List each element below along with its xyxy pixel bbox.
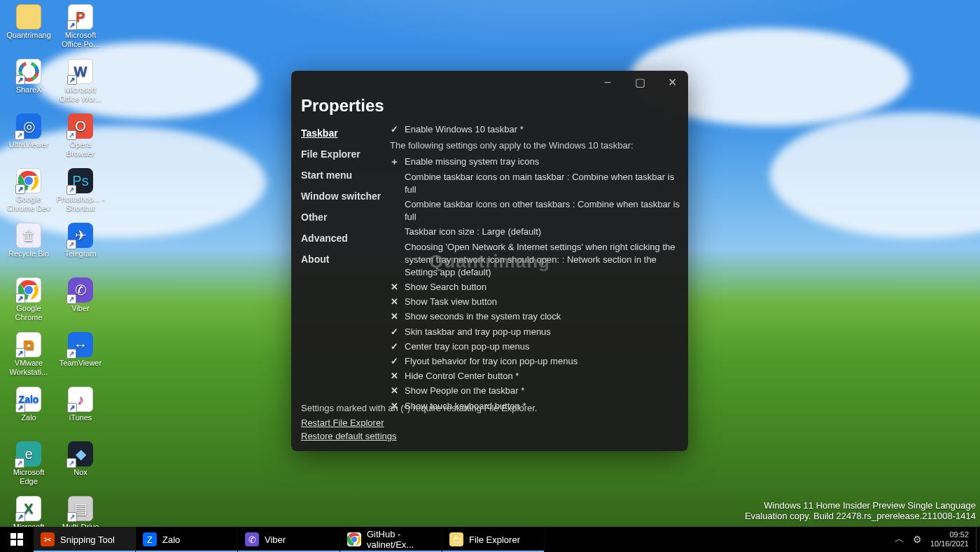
option-label: Show People on the taskbar * — [405, 385, 681, 397]
desktop-icon[interactable]: ◎↗UltraViewer — [4, 113, 53, 165]
system-tray: ︿ ⚙ 09:52 10/16/2021 — [888, 527, 976, 552]
sidebar-item-start-menu[interactable]: Start menu — [301, 165, 385, 186]
option-label: Hide Control Center button * — [405, 370, 681, 382]
desktop-icon[interactable]: ✆↗Viber — [56, 277, 105, 329]
desktop-icon-label: Telegram — [64, 249, 96, 258]
shortcut-arrow-icon: ↗ — [15, 512, 25, 522]
desktop-icon[interactable]: ♪↗iTunes — [56, 387, 105, 439]
app-icon — [16, 4, 41, 29]
desktop-icon-label: ShareX — [16, 85, 42, 95]
app-icon: W↗ — [68, 59, 93, 84]
option-row[interactable]: Combine taskbar icons on main taskbar : … — [389, 171, 681, 196]
option-label: Taskbar icon size : Large (default) — [405, 226, 681, 238]
shortcut-arrow-icon: ↗ — [66, 294, 76, 304]
desktop-icon[interactable]: Ps↗Photoshop... - Shortcut — [56, 168, 105, 220]
window-title: Properties — [301, 96, 384, 116]
shortcut-arrow-icon: ↗ — [15, 294, 25, 303]
sidebar-item-advanced[interactable]: Advanced — [301, 228, 385, 249]
restore-defaults-link[interactable]: Restore default settings — [301, 431, 537, 441]
window-footer: Settings marked with an (*) require rest… — [301, 403, 537, 441]
desktop-icon-label: Google Chrome — [4, 304, 53, 322]
tray-settings-icon[interactable]: ⚙ — [913, 534, 922, 545]
os-watermark: Windows 11 Home Insider Preview Single L… — [745, 500, 976, 521]
shortcut-arrow-icon: ↗ — [15, 75, 25, 85]
desktop-icon[interactable]: Zalo↗Zalo — [4, 387, 53, 439]
app-icon: ⧉↗ — [16, 332, 41, 357]
option-row[interactable]: ✓ Enable Windows 10 taskbar * — [389, 123, 681, 136]
option-row[interactable]: ✕Show seconds in the system tray clock — [389, 310, 681, 323]
desktop-icon[interactable]: ↔↗TeamViewer — [56, 332, 105, 384]
taskbar-app-icon — [347, 532, 361, 546]
sidebar-item-other[interactable]: Other — [301, 207, 385, 228]
os-watermark-line1: Windows 11 Home Insider Preview Single L… — [745, 500, 976, 511]
taskbar-app-icon: 🗀 — [449, 532, 463, 546]
desktop-icon-label: VMware Workstati... — [4, 359, 53, 377]
option-row[interactable]: ✓Center tray icon pop-up menus — [389, 340, 681, 353]
desktop-icon-label: Nox — [74, 468, 88, 477]
taskbar-app-icon: ✆ — [245, 532, 259, 546]
option-label: Skin taskbar and tray pop-up menus — [405, 326, 681, 338]
restart-explorer-link[interactable]: Restart File Explorer — [301, 418, 537, 428]
desktop-icon[interactable]: ↗Google Chrome Dev — [4, 168, 53, 220]
desktop-icon-label: Google Chrome Dev — [4, 195, 53, 213]
taskbar-app-icon: Z — [143, 532, 157, 546]
desktop-icon[interactable]: ⧉↗VMware Workstati... — [4, 332, 53, 384]
desktop-icon[interactable]: P↗Microsoft Office Po... — [56, 4, 105, 56]
option-row[interactable]: ✓Flyout behavior for tray icon pop-up me… — [389, 355, 681, 368]
taskbar-item[interactable]: ✆Viber — [238, 527, 340, 552]
desktop-icon-label: Opera Browser — [56, 140, 105, 158]
desktop-icon[interactable]: W↗Microsoft Office Wor... — [56, 59, 105, 111]
option-row[interactable]: ＋Enable missing system tray icons — [389, 156, 681, 168]
desktop-icon[interactable]: Quantrimang — [4, 4, 53, 56]
desktop-icon[interactable]: ↗ShareX — [4, 59, 53, 111]
option-row[interactable]: ✕Show Task view button — [389, 296, 681, 308]
minimize-button[interactable]: – — [592, 71, 624, 93]
sidebar-item-window-switcher[interactable]: Window switcher — [301, 186, 385, 207]
maximize-button[interactable]: ▢ — [624, 71, 656, 93]
close-button[interactable]: ✕ — [656, 71, 688, 93]
x-icon: ✕ — [389, 385, 399, 397]
shortcut-arrow-icon: ↗ — [66, 130, 76, 140]
taskbar-clock[interactable]: 09:52 10/16/2021 — [930, 530, 969, 548]
cloud-decor — [770, 112, 980, 238]
option-row[interactable]: Taskbar icon size : Large (default) — [389, 226, 681, 238]
taskbar-item[interactable]: 🗀File Explorer — [442, 527, 545, 552]
taskbar-item[interactable]: ZZalo — [136, 527, 238, 552]
desktop-icon[interactable]: ◆↗Nox — [56, 441, 105, 493]
option-row[interactable]: ✓Skin taskbar and tray pop-up menus — [389, 326, 681, 338]
check-icon: ✓ — [389, 355, 399, 368]
sidebar-item-file-explorer[interactable]: File Explorer — [301, 144, 385, 165]
check-icon: ✓ — [389, 123, 399, 136]
option-row[interactable]: Combine taskbar icons on other taskbars … — [389, 198, 681, 223]
taskbar-item[interactable]: ✂Snipping Tool — [34, 527, 136, 552]
sidebar-item-about[interactable]: About — [301, 249, 385, 270]
option-row[interactable]: ✕Show Search button — [389, 281, 681, 294]
option-label: Show Search button — [405, 281, 681, 294]
tray-chevron-icon[interactable]: ︿ — [895, 533, 904, 546]
x-icon: ✕ — [389, 281, 399, 294]
show-desktop-button[interactable] — [976, 527, 980, 552]
desktop-icon-label: Viber — [71, 304, 89, 313]
option-label: Choosing 'Open Network & Internet settin… — [405, 241, 681, 280]
desktop-icon[interactable]: e↗Microsoft Edge — [4, 441, 53, 493]
desktop[interactable]: QuantrimangP↗Microsoft Office Po...↗Shar… — [0, 0, 980, 552]
x-icon: ✕ — [389, 370, 399, 382]
desktop-icon[interactable]: 🗑Recycle Bin — [4, 223, 53, 275]
desktop-icon[interactable]: ✈↗Telegram — [56, 223, 105, 275]
taskbar-item-label: Viber — [265, 534, 286, 545]
desktop-icon[interactable]: O↗Opera Browser — [56, 113, 105, 165]
shortcut-arrow-icon: ↗ — [66, 185, 76, 195]
taskbar-app-icon: ✂ — [41, 532, 55, 546]
taskbar-item-label: Zalo — [162, 534, 180, 545]
app-icon: O↗ — [68, 113, 93, 139]
start-button[interactable] — [0, 527, 34, 552]
shortcut-arrow-icon: ↗ — [67, 512, 77, 522]
sidebar-item-taskbar[interactable]: Taskbar — [301, 123, 385, 144]
app-icon: ◆↗ — [68, 441, 93, 467]
shortcut-arrow-icon: ↗ — [15, 403, 25, 413]
option-row[interactable]: Choosing 'Open Network & Internet settin… — [389, 241, 681, 280]
taskbar-item[interactable]: GitHub - valinet/Ex... — [340, 527, 442, 552]
option-row[interactable]: ✕Show People on the taskbar * — [389, 385, 681, 397]
option-row[interactable]: ✕Hide Control Center button * — [389, 370, 681, 382]
desktop-icon[interactable]: ↗Google Chrome — [4, 277, 53, 329]
